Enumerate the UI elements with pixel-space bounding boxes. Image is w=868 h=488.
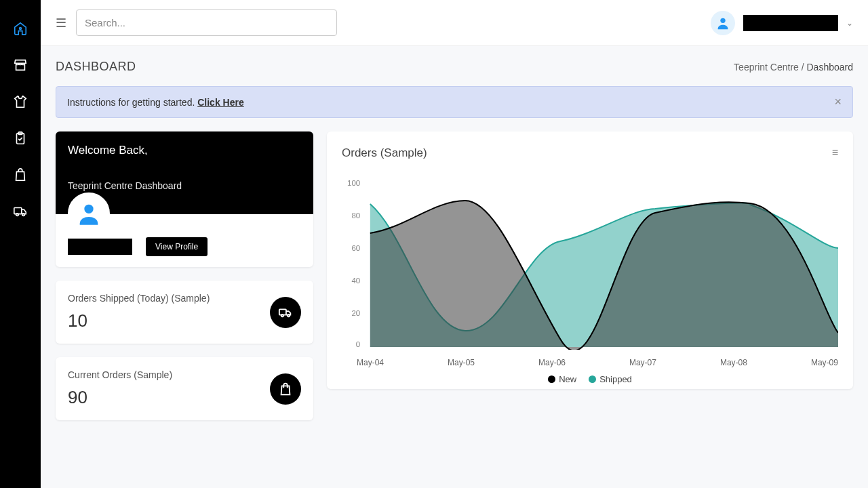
bag-icon-badge (270, 373, 301, 405)
sidebar-item-store[interactable] (12, 57, 28, 73)
svg-point-7 (84, 205, 93, 214)
svg-text:40: 40 (351, 277, 360, 285)
store-icon (13, 58, 28, 73)
page-title: DASHBOARD (56, 60, 136, 74)
shirt-icon (13, 94, 28, 109)
left-column: Welcome Back, Teeprint Centre Dashboard … (56, 131, 313, 420)
content: DASHBOARD Teeprint Centre / Dashboard In… (41, 46, 868, 488)
svg-text:100: 100 (347, 180, 360, 187)
user-avatar-icon (711, 11, 735, 35)
stat-card-shipped: Orders Shipped (Today) (Sample) 10 (56, 281, 313, 344)
sidebar-item-truck[interactable] (12, 203, 28, 220)
svg-text:60: 60 (351, 244, 360, 252)
right-column: Orders (Sample) ≡ 100 80 60 40 20 0 (327, 131, 853, 420)
person-icon (715, 16, 730, 30)
chart-body: 100 80 60 40 20 0 (342, 180, 838, 377)
sidebar (0, 0, 41, 488)
page-header: DASHBOARD Teeprint Centre / Dashboard (56, 60, 853, 74)
legend-new[interactable]: New (548, 374, 576, 384)
breadcrumb-root[interactable]: Teeprint Centre (734, 62, 799, 73)
clipboard-icon (13, 131, 28, 146)
orders-chart: 100 80 60 40 20 0 (342, 180, 838, 350)
alert-text: Instructions for getting started. (67, 97, 197, 108)
chart-card: Orders (Sample) ≡ 100 80 60 40 20 0 (327, 131, 853, 389)
welcome-subtitle: Teeprint Centre Dashboard (68, 180, 301, 191)
legend-dot-shipped (589, 375, 596, 383)
truck-icon (278, 305, 293, 320)
legend-shipped[interactable]: Shipped (589, 374, 632, 384)
shopping-bag-icon (13, 167, 28, 182)
shopping-bag-icon (278, 382, 293, 396)
sidebar-item-home[interactable] (12, 20, 28, 37)
welcome-title: Welcome Back, (68, 144, 301, 157)
profile-avatar (68, 192, 110, 235)
topbar: ☰ ⌄ (41, 0, 868, 46)
svg-point-6 (720, 18, 725, 22)
home-icon (13, 21, 28, 36)
alert-close-icon[interactable]: × (834, 95, 842, 109)
breadcrumb: Teeprint Centre / Dashboard (734, 62, 853, 73)
chart-title: Orders (Sample) (342, 146, 427, 160)
profile-name-redacted (68, 239, 132, 255)
chart-legend: New Shipped (342, 374, 838, 384)
view-profile-button[interactable]: View Profile (146, 237, 208, 256)
main: ☰ ⌄ DASHBOARD Teeprint Centre / Dashboar… (41, 0, 868, 488)
chevron-down-icon[interactable]: ⌄ (846, 18, 853, 28)
dashboard-grid: Welcome Back, Teeprint Centre Dashboard … (56, 131, 853, 420)
welcome-bottom: View Profile (56, 214, 313, 267)
stat-orders-label: Current Orders (Sample) (68, 369, 172, 380)
svg-point-4 (16, 214, 19, 216)
truck-icon-badge (270, 297, 301, 328)
stat-orders-value: 90 (68, 387, 172, 408)
user-menu[interactable]: ⌄ (711, 11, 853, 35)
hamburger-icon[interactable]: ☰ (56, 16, 66, 30)
sidebar-item-clipboard[interactable] (12, 130, 28, 146)
stat-card-orders: Current Orders (Sample) 90 (56, 357, 313, 420)
alert-link[interactable]: Click Here (197, 97, 243, 108)
sidebar-item-shirt[interactable] (12, 94, 28, 110)
search-container (76, 9, 337, 36)
user-name-redacted (743, 15, 838, 31)
welcome-card: Welcome Back, Teeprint Centre Dashboard … (56, 131, 313, 267)
sidebar-item-bag[interactable] (12, 167, 28, 183)
truck-icon (13, 204, 28, 219)
svg-point-5 (22, 214, 25, 216)
svg-text:80: 80 (351, 211, 360, 220)
chart-menu-icon[interactable]: ≡ (832, 146, 838, 159)
stat-shipped-label: Orders Shipped (Today) (Sample) (68, 293, 210, 304)
svg-text:20: 20 (351, 309, 360, 317)
person-icon (75, 200, 102, 227)
stat-shipped-value: 10 (68, 310, 210, 331)
svg-point-0 (20, 28, 22, 30)
legend-dot-new (548, 375, 555, 383)
x-axis-labels: May-04 May-05 May-06 May-07 May-08 May-0… (342, 352, 838, 370)
svg-text:0: 0 (356, 340, 360, 348)
alert-banner: Instructions for getting started. Click … (56, 86, 853, 118)
search-input[interactable] (76, 9, 337, 36)
breadcrumb-current: Dashboard (807, 62, 854, 73)
